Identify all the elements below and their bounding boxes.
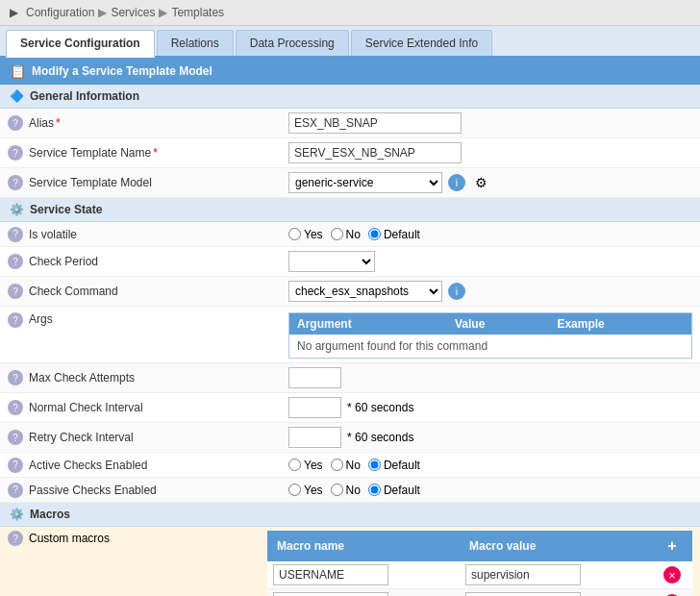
macros-add-col: + bbox=[652, 531, 692, 561]
volatile-radio-group: Yes No Default bbox=[288, 228, 420, 241]
service-state-label: Service State bbox=[30, 203, 102, 216]
passive-yes-radio[interactable] bbox=[288, 484, 301, 496]
service-state-icon: ⚙️ bbox=[10, 203, 24, 216]
macro-name-input-0[interactable] bbox=[273, 564, 388, 585]
active-no-radio[interactable] bbox=[331, 459, 343, 471]
volatile-help-icon[interactable]: ? bbox=[8, 227, 23, 242]
macros-row-0: × bbox=[267, 561, 692, 589]
check-command-info-icon[interactable]: i bbox=[448, 283, 465, 300]
breadcrumb-configuration[interactable]: Configuration bbox=[26, 6, 94, 19]
max-check-value-col bbox=[288, 367, 692, 388]
active-yes-label[interactable]: Yes bbox=[288, 459, 323, 472]
template-model-config-icon[interactable]: ⚙ bbox=[471, 173, 490, 192]
args-help-icon[interactable]: ? bbox=[8, 312, 23, 328]
max-check-help-icon[interactable]: ? bbox=[8, 370, 23, 385]
active-default-radio[interactable] bbox=[368, 459, 381, 471]
active-default-label[interactable]: Default bbox=[368, 459, 420, 472]
general-info-label: General Information bbox=[30, 89, 139, 103]
alias-help-icon[interactable]: ? bbox=[8, 115, 23, 131]
tab-data-processing[interactable]: Data Processing bbox=[236, 30, 349, 56]
active-checks-help-icon[interactable]: ? bbox=[8, 458, 23, 473]
template-model-row: ? Service Template Model generic-service… bbox=[0, 168, 700, 198]
breadcrumb-services[interactable]: Services bbox=[111, 6, 155, 19]
retry-interval-help-icon[interactable]: ? bbox=[8, 430, 23, 445]
macro-name-input-1[interactable] bbox=[273, 592, 388, 596]
volatile-value-col: Yes No Default bbox=[288, 228, 692, 241]
template-model-value-col: generic-service i ⚙ bbox=[288, 172, 692, 193]
alias-input[interactable] bbox=[288, 112, 462, 134]
macro-value-input-1[interactable] bbox=[465, 592, 581, 596]
macros-header: ⚙️ Macros bbox=[0, 503, 700, 527]
max-check-input[interactable] bbox=[288, 367, 341, 388]
args-col-value: Value bbox=[447, 313, 549, 335]
passive-no-label[interactable]: No bbox=[331, 484, 361, 497]
template-name-value-col bbox=[288, 142, 692, 163]
check-command-value-col: check_esx_snapshots i bbox=[288, 281, 692, 302]
macros-label-col: ? Custom macros bbox=[8, 531, 267, 546]
add-macro-button[interactable]: + bbox=[662, 535, 683, 557]
args-value-col: Argument Value Example No argument found… bbox=[288, 312, 692, 359]
macros-row-1: × bbox=[267, 589, 692, 597]
check-period-value-col bbox=[288, 251, 692, 272]
passive-checks-help-icon[interactable]: ? bbox=[8, 483, 23, 498]
check-period-help-icon[interactable]: ? bbox=[8, 254, 23, 269]
template-model-info-icon[interactable]: i bbox=[448, 174, 465, 191]
volatile-yes-radio[interactable] bbox=[288, 228, 301, 240]
retry-interval-input[interactable] bbox=[288, 427, 341, 448]
breadcrumb-templates[interactable]: Templates bbox=[171, 6, 224, 19]
macros-table-wrap: Macro name Macro value + × bbox=[267, 531, 692, 596]
volatile-default-label[interactable]: Default bbox=[368, 228, 420, 241]
passive-no-radio[interactable] bbox=[331, 484, 343, 496]
normal-interval-value-col: * 60 seconds bbox=[288, 397, 692, 418]
tab-relations[interactable]: Relations bbox=[157, 30, 234, 56]
general-info-body: ? Alias* ? Service Template Name* ? Serv… bbox=[0, 109, 700, 198]
general-info-header: 🔷 General Information bbox=[0, 85, 700, 109]
normal-interval-input[interactable] bbox=[288, 397, 341, 418]
args-no-arg-msg: No argument found for this command bbox=[289, 335, 692, 359]
args-row: ? Args Argument Value Example No argumen… bbox=[0, 307, 700, 363]
macro-value-input-0[interactable] bbox=[465, 564, 581, 585]
macro-delete-cell-1: × bbox=[652, 589, 692, 597]
macros-label: Macros bbox=[30, 508, 70, 521]
template-model-label: Service Template Model bbox=[29, 176, 288, 189]
passive-default-label[interactable]: Default bbox=[368, 484, 420, 497]
passive-default-radio[interactable] bbox=[368, 484, 381, 496]
args-col-argument: Argument bbox=[289, 313, 447, 335]
breadcrumb: ▶ Configuration ▶ Services ▶ Templates bbox=[0, 0, 700, 26]
volatile-no-radio[interactable] bbox=[331, 228, 343, 240]
check-command-select[interactable]: check_esx_snapshots bbox=[288, 281, 442, 302]
template-model-select[interactable]: generic-service bbox=[288, 172, 442, 193]
macro-delete-button-0[interactable]: × bbox=[663, 566, 681, 584]
volatile-no-label[interactable]: No bbox=[331, 228, 361, 241]
volatile-yes-label[interactable]: Yes bbox=[288, 228, 323, 241]
passive-yes-label[interactable]: Yes bbox=[288, 484, 323, 497]
check-command-row: ? Check Command check_esx_snapshots i bbox=[0, 277, 700, 307]
retry-interval-value-col: * 60 seconds bbox=[288, 427, 692, 448]
active-no-label[interactable]: No bbox=[331, 459, 361, 472]
alias-value-col bbox=[288, 112, 692, 134]
check-period-select[interactable] bbox=[288, 251, 375, 272]
macros-help-icon[interactable]: ? bbox=[8, 531, 23, 546]
breadcrumb-sep2: ▶ bbox=[98, 6, 107, 19]
tabs-bar: Service Configuration Relations Data Pro… bbox=[0, 26, 700, 58]
check-command-help-icon[interactable]: ? bbox=[8, 284, 23, 299]
custom-macros-label: Custom macros bbox=[29, 532, 110, 545]
args-col-example: Example bbox=[549, 313, 691, 335]
template-name-help-icon[interactable]: ? bbox=[8, 145, 23, 161]
passive-checks-label: Passive Checks Enabled bbox=[29, 484, 288, 497]
check-command-label: Check Command bbox=[29, 285, 288, 298]
check-period-row: ? Check Period bbox=[0, 247, 700, 277]
macro-value-cell-0 bbox=[460, 561, 652, 589]
template-model-help-icon[interactable]: ? bbox=[8, 175, 23, 190]
volatile-default-radio[interactable] bbox=[368, 228, 381, 240]
section-title: Modify a Service Template Model bbox=[32, 64, 212, 78]
macros-icon: ⚙️ bbox=[10, 508, 24, 521]
active-yes-radio[interactable] bbox=[288, 459, 301, 471]
service-state-body: ? Is volatile Yes No Default ? Check Per… bbox=[0, 222, 700, 503]
macros-col-value: Macro value bbox=[460, 531, 652, 561]
section-icon: 📋 bbox=[10, 63, 26, 79]
normal-interval-help-icon[interactable]: ? bbox=[8, 400, 23, 415]
template-name-input[interactable] bbox=[288, 142, 462, 163]
tab-service-configuration[interactable]: Service Configuration bbox=[6, 30, 155, 58]
tab-service-extended-info[interactable]: Service Extended Info bbox=[351, 30, 492, 56]
